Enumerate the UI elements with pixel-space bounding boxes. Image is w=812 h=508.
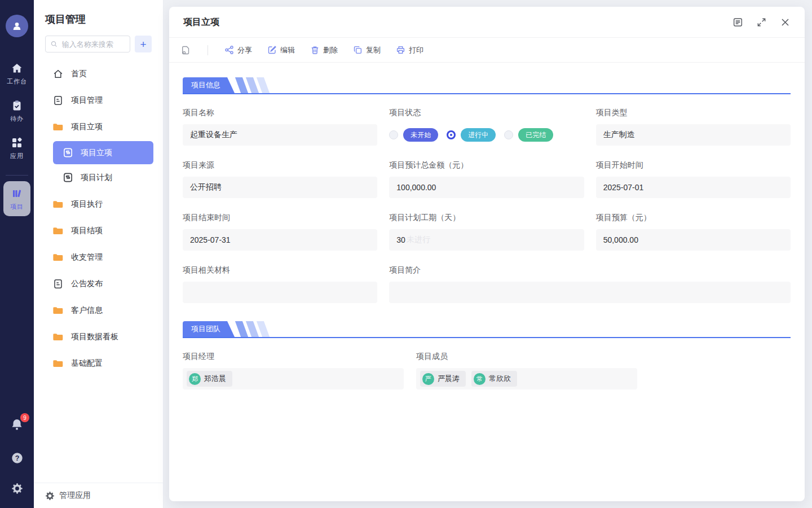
copy-button[interactable]: 复制 [353, 45, 381, 55]
rail-item-workbench[interactable]: 工作台 [7, 62, 27, 86]
field-project-status: 项目状态 未开始 进行中 已完结 [389, 108, 584, 146]
expand-icon[interactable] [756, 17, 767, 28]
field-label: 项目名称 [183, 108, 377, 118]
section-tab: 项目团队 [183, 321, 235, 337]
project-members-value: 严 严晨涛 常 常欣欣 [416, 368, 637, 389]
project-type-value: 生产制造 [596, 124, 791, 146]
print-label: 打印 [409, 45, 423, 55]
field-label: 项目开始时间 [596, 160, 791, 170]
field-end-date: 项目结束时间 2025-07-31 [183, 213, 377, 251]
toolbar-divider [208, 45, 208, 55]
sidebar-item-label: 收支管理 [71, 252, 103, 262]
sidebar-item-label: 客户信息 [71, 305, 103, 316]
modal-title: 项目立项 [183, 16, 732, 28]
sidebar-item-home[interactable]: 首页 [34, 60, 163, 87]
delete-button[interactable]: 删除 [310, 45, 338, 55]
sidebar-item-project-dashboard[interactable]: 项目数据看板 [34, 323, 163, 350]
rail-item-project[interactable]: 项目 [3, 181, 30, 216]
status-options: 未开始 进行中 已完结 [389, 124, 584, 146]
field-estimated-amount: 项目预计总金额（元） 100,000.00 [389, 160, 584, 198]
member-chip: 严 严晨涛 [420, 371, 466, 387]
status-option-not-started: 未开始 [389, 128, 438, 142]
trash-icon [310, 45, 320, 55]
project-manager-value: 郑 郑浩晨 [183, 368, 404, 389]
related-materials-value [183, 282, 377, 303]
sidebar-item-label: 公告发布 [71, 279, 103, 289]
folder-icon [52, 332, 64, 341]
end-date-value: 2025-07-31 [183, 229, 377, 251]
print-button[interactable]: 打印 [396, 45, 423, 55]
ribbon-stripe [257, 77, 270, 93]
sidebar-item-income-expense[interactable]: 收支管理 [34, 244, 163, 270]
avatar[interactable] [6, 15, 28, 37]
member-name: 常欣欣 [489, 374, 511, 384]
sidebar-item-project-initiation-folder[interactable]: 项目立项 [34, 113, 163, 140]
sidebar-item-label: 项目计划 [81, 173, 112, 183]
copy-label: 复制 [366, 45, 381, 55]
sidebar-item-project-execution[interactable]: 项目执行 [34, 191, 163, 217]
estimated-amount-value: 100,000.00 [389, 177, 584, 198]
add-button[interactable]: + [135, 36, 152, 52]
sidebar-item-customer-info[interactable]: 客户信息 [34, 297, 163, 323]
sidebar-item-label: 首页 [71, 69, 87, 79]
help-icon: ? [11, 452, 24, 465]
edit-button[interactable]: 编辑 [267, 45, 295, 55]
search-icon [50, 40, 58, 49]
gear-icon [11, 483, 23, 494]
detail-view-button[interactable] [732, 17, 743, 28]
settings-button[interactable] [11, 483, 23, 494]
sidebar-item-project-closure[interactable]: 项目结项 [34, 217, 163, 244]
modal-content: 项目信息 项目名称 起重设备生产 项目状态 未开始 [169, 63, 805, 501]
field-project-members: 项目成员 严 严晨涛 常 常欣欣 [416, 352, 637, 389]
sidebar: 项目管理 + 首页 项目管理 [34, 0, 164, 508]
field-project-intro: 项目简介 [389, 265, 791, 303]
share-label: 分享 [237, 45, 252, 55]
sidebar-item-label: 项目立项 [81, 148, 112, 158]
status-pill: 未开始 [403, 128, 438, 142]
home-icon [11, 62, 23, 75]
project-intro-value [389, 282, 791, 303]
sidebar-item-announcement[interactable]: 公告发布 [34, 270, 163, 297]
ghost-text: 未进行 [407, 235, 430, 245]
radio-unchecked[interactable] [504, 130, 513, 139]
radio-unchecked[interactable] [389, 130, 398, 139]
field-related-materials: 项目相关材料 [183, 265, 377, 303]
member-chip: 郑 郑浩晨 [187, 371, 232, 387]
member-name: 郑浩晨 [204, 374, 226, 384]
svg-text:?: ? [15, 454, 19, 462]
search-input[interactable] [61, 40, 125, 49]
field-label: 项目类型 [596, 108, 791, 118]
sidebar-item-project-initiation-selected[interactable]: 项目立项 [53, 141, 153, 164]
rail-item-label: 应用 [10, 152, 24, 160]
share-button[interactable]: 分享 [224, 45, 252, 55]
modal-toolbar: 分享 编辑 删除 复制 [169, 38, 805, 63]
help-button[interactable]: ? [11, 452, 24, 465]
sidebar-item-project-management[interactable]: 项目管理 [34, 87, 163, 113]
folder-icon [52, 226, 64, 235]
sidebar-item-basic-config[interactable]: 基础配置 [34, 350, 163, 376]
rail-item-todo[interactable]: 待办 [10, 99, 24, 123]
rail-item-apps[interactable]: 应用 [10, 137, 24, 160]
member-chip: 常 常欣欣 [471, 371, 517, 387]
folder-icon [52, 305, 64, 315]
folder-icon [52, 252, 64, 262]
notifications-button[interactable]: 9 [10, 418, 24, 433]
sidebar-item-label: 基础配置 [71, 358, 103, 369]
field-project-manager: 项目经理 郑 郑浩晨 [183, 352, 404, 389]
field-project-source: 项目来源 公开招聘 [183, 160, 377, 198]
project-info-grid: 项目名称 起重设备生产 项目状态 未开始 进行中 [183, 108, 791, 303]
file-preview-button[interactable] [181, 45, 191, 55]
sidebar-item-project-plan[interactable]: 项目计划 [53, 166, 153, 189]
close-icon[interactable] [780, 17, 791, 28]
field-label: 项目经理 [183, 352, 404, 362]
field-label: 项目结束时间 [183, 213, 377, 223]
main-area: 项目立项 [164, 0, 812, 508]
status-option-completed: 已完结 [504, 128, 553, 142]
manage-apps-button[interactable]: 管理应用 [34, 483, 163, 508]
radio-checked[interactable] [447, 130, 456, 139]
user-icon [11, 20, 23, 32]
clipboard-check-icon [11, 99, 23, 112]
status-option-in-progress: 进行中 [447, 128, 496, 142]
home-outline-icon [52, 68, 64, 80]
project-source-value: 公开招聘 [183, 177, 377, 198]
